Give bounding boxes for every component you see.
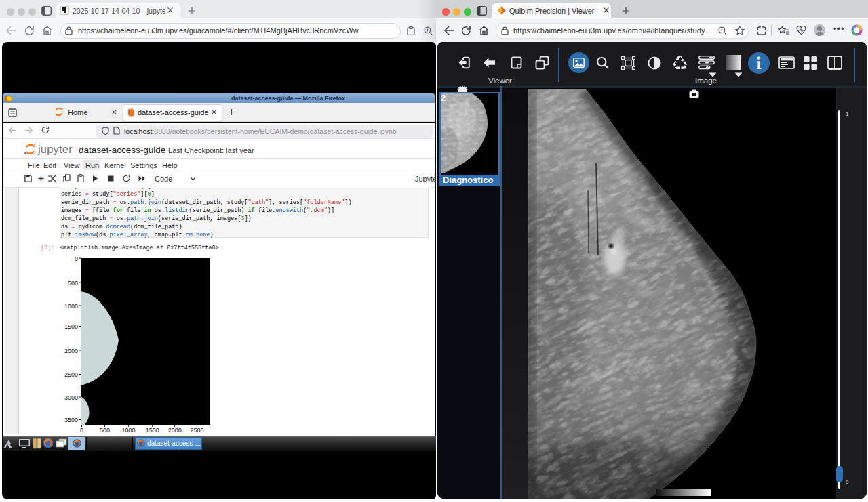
- svg-text:0: 0: [75, 255, 78, 262]
- svg-text:500: 500: [68, 280, 78, 287]
- svg-text:3000: 3000: [64, 394, 78, 401]
- svg-text:1500: 1500: [64, 323, 78, 330]
- svg-text:0: 0: [80, 427, 83, 434]
- svg-text:500: 500: [100, 427, 110, 434]
- svg-text:1000: 1000: [122, 427, 136, 434]
- svg-text:1000: 1000: [64, 303, 78, 310]
- svg-text:3500: 3500: [64, 417, 78, 423]
- svg-text:2000: 2000: [64, 348, 78, 354]
- svg-text:2000: 2000: [168, 427, 182, 434]
- svg-text:2500: 2500: [190, 427, 203, 434]
- svg-text:2500: 2500: [64, 371, 78, 378]
- svg-text:1500: 1500: [146, 427, 159, 434]
